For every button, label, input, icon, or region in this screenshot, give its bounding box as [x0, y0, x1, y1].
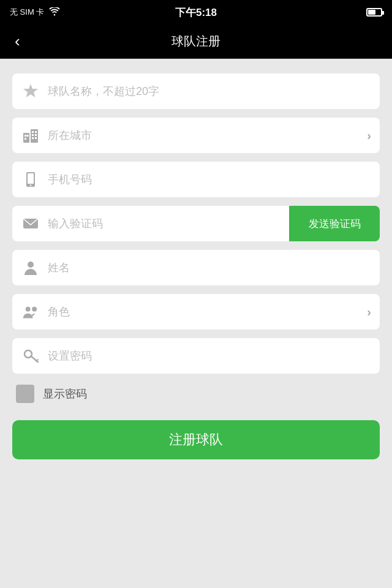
register-button[interactable]: 注册球队	[12, 420, 380, 459]
verify-code-input[interactable]	[48, 217, 281, 230]
role-icon	[21, 302, 40, 322]
send-verify-button[interactable]: 发送验证码	[289, 206, 380, 241]
form-content: 所在城市 › 发送验证码	[0, 59, 392, 478]
password-field	[12, 338, 380, 374]
phone-field	[12, 162, 380, 197]
verify-left	[12, 214, 289, 233]
back-button[interactable]: ‹	[10, 29, 25, 53]
svg-point-17	[26, 307, 31, 312]
nav-bar: ‹ 球队注册	[0, 24, 392, 59]
svg-point-18	[32, 307, 37, 312]
svg-rect-6	[32, 131, 34, 133]
team-name-field	[12, 74, 380, 109]
wifi-icon	[49, 7, 60, 18]
show-password-checkbox[interactable]	[16, 385, 34, 403]
svg-line-22	[37, 360, 39, 361]
role-placeholder-text: 角色	[48, 294, 360, 330]
svg-marker-0	[23, 84, 38, 97]
phone-icon	[21, 170, 40, 189]
city-arrow-icon: ›	[367, 129, 371, 143]
role-arrow-icon: ›	[367, 305, 371, 319]
name-input[interactable]	[48, 262, 371, 274]
name-field	[12, 250, 380, 285]
phone-input[interactable]	[48, 173, 371, 186]
person-icon	[21, 258, 40, 277]
svg-rect-5	[27, 135, 29, 137]
svg-rect-7	[35, 131, 37, 133]
role-field[interactable]: 角色 ›	[12, 294, 380, 330]
svg-rect-2	[31, 129, 38, 143]
verify-row: 发送验证码	[12, 206, 380, 241]
team-name-input[interactable]	[48, 85, 371, 98]
show-password-label: 显示密码	[43, 386, 87, 401]
carrier-text: 无 SIM 卡	[10, 7, 44, 18]
show-password-row: 显示密码	[12, 382, 380, 405]
svg-rect-3	[24, 135, 26, 137]
status-time: 下午5:18	[175, 6, 217, 20]
svg-rect-10	[32, 137, 34, 139]
status-bar: 无 SIM 卡 下午5:18	[0, 0, 392, 24]
password-input[interactable]	[48, 350, 371, 363]
svg-point-16	[28, 262, 34, 268]
svg-rect-9	[35, 134, 37, 136]
team-icon	[21, 81, 40, 101]
battery-icon	[366, 8, 382, 17]
svg-rect-11	[35, 137, 37, 139]
svg-point-14	[30, 184, 31, 186]
key-icon	[21, 346, 40, 366]
city-placeholder-text: 所在城市	[48, 118, 360, 153]
svg-rect-4	[24, 138, 26, 140]
svg-rect-8	[32, 134, 34, 136]
city-field[interactable]: 所在城市 ›	[12, 118, 380, 153]
svg-rect-13	[28, 173, 34, 184]
email-icon	[21, 214, 40, 233]
status-left: 无 SIM 卡	[10, 7, 60, 18]
city-icon	[21, 126, 40, 145]
status-right	[366, 8, 382, 17]
page-title: 球队注册	[172, 33, 221, 50]
